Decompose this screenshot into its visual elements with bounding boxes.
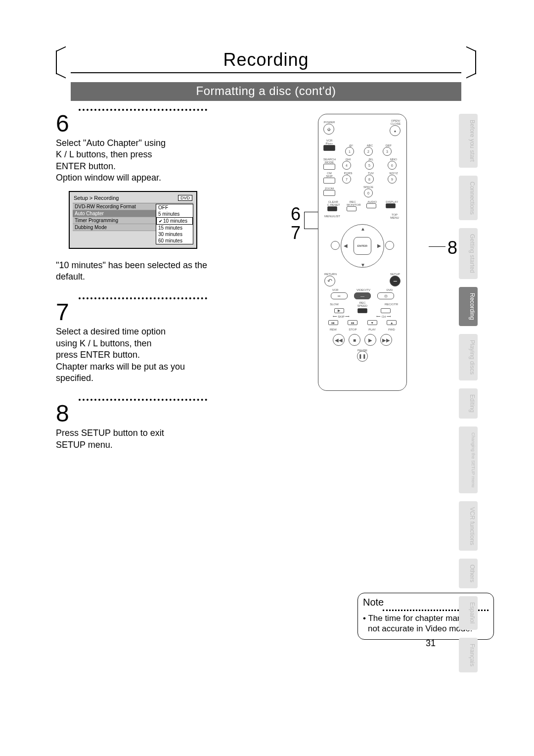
clear-label: CLEAR C.RESET [327,200,339,206]
digit-button: 7 [342,175,351,184]
vcrplus-label: VCR Plus+ [323,139,335,145]
menulist-button [331,241,340,250]
recotr-label: REC/OTR [385,303,397,306]
digit-button: 5 [365,161,374,170]
line: Select a desired time option [56,327,166,336]
section-tabs: Before you start Connections Getting sta… [459,114,478,672]
digit-button: 9 [388,175,397,184]
cmskip-button [323,178,335,184]
pause-button: ❚❚ [357,351,368,362]
tab-espanol: Español [459,596,478,629]
rew-button: ◀◀ [333,334,345,346]
digit-button: 4 [342,161,351,170]
default-note: "10 minutes" has been selected as the de… [56,260,214,283]
stop-label: STOP [347,328,358,331]
key-letters: DEF [383,144,395,147]
tab-connections: Connections [459,176,478,221]
osd-options-popup: OFF 5 minutes 10 minutes 15 minutes 30 m… [156,204,193,245]
bracket-right-icon [461,50,476,74]
cmskip-label: CM SKIP [323,172,335,178]
title-bar: Recording [56,49,476,79]
play-label: PLAY [366,328,378,331]
steps-column: 6 Select "Auto Chapter" using K / L butt… [56,109,214,466]
step-7: 7 Select a desired time option using K /… [56,297,214,384]
tab-vcr-functions: VCR functions [459,501,478,551]
fwd-label: FWD [386,328,398,331]
callout-line [304,212,305,229]
digit-button: 8 [365,175,374,184]
key-letters: MNO [388,158,400,161]
callout-num: 6 [291,205,301,223]
arrow-down-icon: ▼ [360,262,365,268]
return-button [324,276,335,286]
osd-option: OFF [156,204,193,211]
open-close-button: ▲ [390,125,400,136]
title-underline [71,72,461,73]
step-6: 6 Select "Auto Chapter" using K / L butt… [56,109,214,283]
display-button [386,203,396,208]
line: SETUP menu. [56,440,113,450]
callout-left: 6 7 [291,205,301,243]
divider-dots [79,297,207,299]
vcrplus-button [323,145,335,151]
power-button: ⏻ [323,124,334,135]
play-button: ▶ [364,334,376,346]
skip-prev-button: ⏮ [328,320,338,325]
setup-button [390,276,400,286]
digit-button: 1 [345,147,354,156]
osd-option: 15 minutes [156,225,193,231]
digit-button: 2 [364,147,373,156]
rew-label: REW [327,328,339,331]
line: specified. [56,373,93,383]
display-label: DISPLAY [386,200,398,203]
zoom-button [323,190,335,196]
stop-button: ■ [349,334,360,346]
arrow-up-icon: ▲ [360,226,365,232]
key-letters: GHI [342,158,354,161]
osd-option: 60 minutes [156,237,193,244]
osd-dvd-badge: DVD [178,195,192,201]
page-number: 31 [426,638,436,649]
videotv-select-button: — [354,292,371,299]
ch-down-button: ▼ [367,320,377,325]
ch-label: ⟵ CH ⟶ [369,315,399,318]
remote-body: POWER ⏻ OPEN/ CLOSE ▲ VCR Plus+ @!1 ABC2 [318,114,407,391]
line: ENTER button. [56,161,116,171]
key-letters: WXYZ [388,172,400,175]
osd-option: 5 minutes [156,211,193,217]
tab-before-you-start: Before you start [459,114,478,168]
step-number: 8 [56,402,214,425]
key-letters: JKL [365,158,377,161]
step-text: Select a desired time option using K / L… [56,326,214,384]
fwd-button: ▶▶ [380,334,392,346]
line: Option window will appear. [56,173,161,183]
menulist-label: MENU/LIST [324,215,336,218]
dvd-select-button: ◎ [377,292,394,299]
vcr-select-button: ∞ [331,292,348,299]
callout-num: 7 [291,224,301,242]
digit-button: 6 [388,161,397,170]
videotv-label: VIDEO/TV [356,288,368,291]
tab-francais: Français [459,638,478,672]
line: Select "Auto Chapter" using [56,138,166,148]
vcr-label: VCR [329,288,341,291]
page-subtitle: Formatting a disc (cont'd) [71,82,461,101]
callout-line [429,246,445,247]
line: press ENTER button. [56,350,140,360]
line: using K / L buttons, then [56,338,151,348]
dvd-label: DVD [384,288,396,291]
audio-button [366,203,376,208]
pause-label: PAUSE [323,349,401,352]
divider-dots [79,109,207,111]
tab-getting-started: Getting started [459,228,478,279]
tab-others: Others [459,559,478,588]
recspeed-label: REC SPEED [356,301,368,307]
digit-button: 0 [364,189,373,197]
dpad: ▲ ▼ ◀ ▶ ENTER [333,222,392,272]
open-close-label: OPEN/ CLOSE [390,119,401,125]
step-number: 6 [56,112,214,136]
digit-button: 3 [383,147,392,156]
search-button [323,164,335,170]
return-label: RETURN [324,273,337,276]
arrow-left-icon: ◀ [344,243,348,248]
